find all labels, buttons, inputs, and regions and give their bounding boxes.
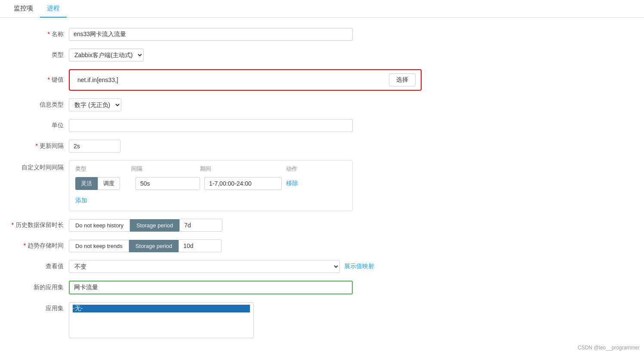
ci-add-row: 添加: [75, 193, 346, 206]
new-app-field-wrapper: [69, 281, 635, 294]
ci-btn-flexible[interactable]: 灵活: [75, 177, 98, 190]
name-label: *名称: [9, 31, 69, 38]
type-row: 类型 Zabbix客户端(主动式) Zabbix客户端 SNMP JMX: [9, 49, 635, 61]
name-input[interactable]: [69, 28, 353, 41]
update-interval-label: *更新间隔: [9, 142, 69, 150]
app-set-label: 应用集: [9, 302, 69, 312]
custom-interval-row: 自定义时间间隔 类型 间隔 期间 动作 灵活 调度 移除: [9, 160, 635, 211]
show-value-row: 查看值 不变 自定义 展示值映射: [9, 260, 635, 273]
new-app-input[interactable]: [69, 281, 353, 294]
show-value-dropdown-row: 不变 自定义 展示值映射: [69, 260, 635, 273]
trend-storage-row: Do not keep trends Storage period: [69, 239, 635, 252]
ci-header-period: 期间: [200, 165, 286, 173]
custom-interval-wrapper: 类型 间隔 期间 动作 灵活 调度 移除 添加: [69, 160, 635, 211]
watermark: CSDN @leo__programmer: [578, 345, 640, 351]
update-interval-input[interactable]: [69, 140, 120, 153]
form-container: *名称 类型 Zabbix客户端(主动式) Zabbix客户端 SNMP JMX…: [0, 28, 644, 355]
name-field-wrapper: [69, 28, 635, 41]
type-select[interactable]: Zabbix客户端(主动式) Zabbix客户端 SNMP JMX: [69, 49, 144, 61]
ci-header-action: 动作: [286, 165, 320, 173]
ci-header-interval: 间隔: [131, 165, 200, 173]
tab-process[interactable]: 进程: [40, 0, 67, 18]
custom-interval-label: 自定义时间间隔: [9, 160, 69, 171]
unit-row: 单位: [9, 119, 635, 132]
new-app-row: 新的应用集: [9, 281, 635, 294]
app-set-list-wrapper: -无-: [69, 302, 635, 338]
ci-remove-button[interactable]: 移除: [286, 180, 298, 187]
history-storage-row: Do not keep history Storage period: [69, 219, 635, 232]
info-type-select[interactable]: 数字 (无正负) 数字 (浮点) 字符 日志 文本: [69, 98, 121, 111]
update-interval-field-wrapper: [69, 140, 635, 153]
show-value-label: 查看值: [9, 263, 69, 270]
info-type-row: 信息类型 数字 (无正负) 数字 (浮点) 字符 日志 文本: [9, 98, 635, 111]
app-set-select[interactable]: -无-: [69, 302, 254, 338]
type-label: 类型: [9, 51, 69, 59]
show-value-mapping-link[interactable]: 展示值映射: [344, 263, 374, 270]
tab-monitor-item[interactable]: 监控项: [7, 0, 40, 18]
name-required: *: [48, 31, 50, 37]
key-input-wrapper: 选择: [69, 69, 422, 91]
trend-value-input[interactable]: [179, 239, 222, 252]
key-label: *键值: [9, 76, 69, 84]
ci-header-type: 类型: [75, 165, 131, 173]
custom-interval-data-row: 灵活 调度 移除: [75, 177, 346, 190]
history-storage-period-button[interactable]: Storage period: [130, 219, 179, 232]
name-row: *名称: [9, 28, 635, 41]
show-value-select[interactable]: 不变 自定义: [69, 260, 340, 273]
custom-interval-header: 类型 间隔 期间 动作: [75, 165, 346, 173]
app-set-row: 应用集 -无-: [9, 302, 635, 338]
history-value-input[interactable]: [179, 219, 222, 232]
info-type-field-wrapper: 数字 (无正负) 数字 (浮点) 字符 日志 文本: [69, 98, 635, 111]
update-interval-row: *更新间隔: [9, 140, 635, 153]
history-field-wrapper: Do not keep history Storage period: [69, 219, 635, 232]
new-app-label: 新的应用集: [9, 284, 69, 291]
key-select-button[interactable]: 选择: [389, 73, 416, 86]
info-type-label: 信息类型: [9, 101, 69, 109]
trend-no-keep-button[interactable]: Do not keep trends: [69, 240, 129, 252]
key-field-wrapper: 选择: [69, 69, 635, 91]
key-row: *键值 选择: [9, 69, 635, 91]
trend-storage-period-button[interactable]: Storage period: [129, 240, 179, 252]
app-set-field-wrapper: -无-: [69, 302, 635, 338]
unit-field-wrapper: [69, 119, 635, 132]
ci-period-input[interactable]: [204, 177, 282, 190]
history-row: *历史数据保留时长 Do not keep history Storage pe…: [9, 219, 635, 232]
unit-label: 单位: [9, 122, 69, 129]
ci-add-button[interactable]: 添加: [75, 195, 87, 206]
trend-label: *趋势存储时间: [9, 242, 69, 250]
ci-btn-schedule[interactable]: 调度: [98, 177, 120, 190]
custom-interval-container: 类型 间隔 期间 动作 灵活 调度 移除 添加: [69, 160, 353, 211]
show-value-field-wrapper: 不变 自定义 展示值映射: [69, 260, 635, 273]
tabs-bar: 监控项 进程: [0, 0, 644, 18]
unit-input[interactable]: [69, 119, 353, 132]
key-input[interactable]: [75, 75, 385, 85]
key-required: *: [48, 76, 50, 83]
trend-field-wrapper: Do not keep trends Storage period: [69, 239, 635, 252]
type-field-wrapper: Zabbix客户端(主动式) Zabbix客户端 SNMP JMX: [69, 49, 635, 61]
ci-interval-input[interactable]: [136, 177, 200, 190]
ci-type-buttons: 灵活 调度: [75, 177, 131, 190]
app-set-option-none[interactable]: -无-: [73, 305, 250, 312]
history-label: *历史数据保留时长: [9, 221, 69, 229]
history-no-keep-button[interactable]: Do not keep history: [69, 219, 130, 232]
trend-row: *趋势存储时间 Do not keep trends Storage perio…: [9, 239, 635, 252]
